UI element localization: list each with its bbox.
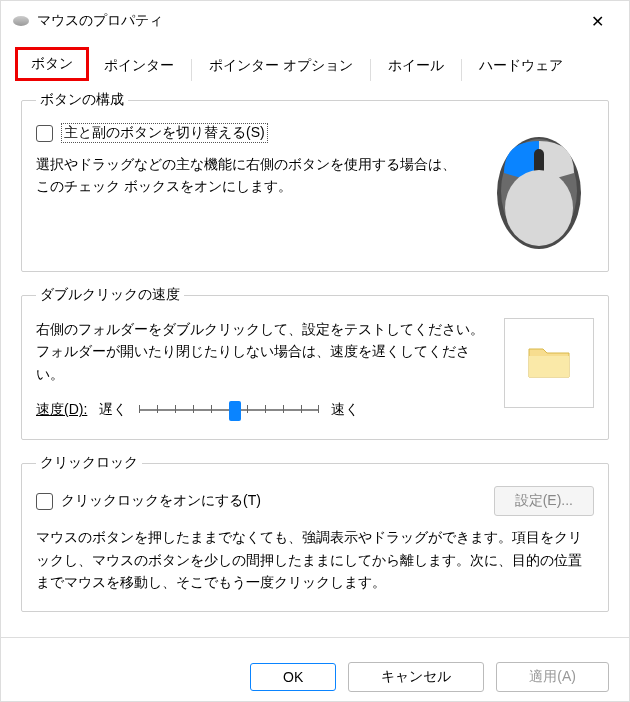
window-title: マウスのプロパティ	[37, 12, 577, 30]
button-config-legend: ボタンの構成	[36, 91, 128, 109]
double-click-legend: ダブルクリックの速度	[36, 286, 184, 304]
tab-buttons[interactable]: ボタン	[15, 47, 89, 81]
click-lock-legend: クリックロック	[36, 454, 142, 472]
click-lock-group: クリックロック クリックロックをオンにする(T) 設定(E)... マウスのボタ…	[21, 454, 609, 612]
tab-pointer-options[interactable]: ポインター オプション	[194, 50, 368, 81]
double-click-slider[interactable]	[139, 399, 319, 421]
click-lock-checkbox[interactable]	[36, 493, 53, 510]
click-lock-description: マウスのボタンを押したままでなくても、強調表示やドラッグができます。項目をクリッ…	[36, 526, 594, 593]
slow-label: 遅く	[99, 401, 127, 419]
button-config-description: 選択やドラッグなどの主な機能に右側のボタンを使用する場合は、このチェック ボック…	[36, 153, 468, 198]
tab-strip: ボタン ポインター ポインター オプション ホイール ハードウェア	[1, 41, 629, 81]
cancel-button[interactable]: キャンセル	[348, 662, 484, 692]
tab-pointers[interactable]: ポインター	[89, 50, 189, 81]
mouse-icon	[13, 16, 29, 26]
click-lock-label[interactable]: クリックロックをオンにする(T)	[61, 492, 261, 510]
double-click-group: ダブルクリックの速度 右側のフォルダーをダブルクリックして、設定をテストしてくだ…	[21, 286, 609, 440]
close-button[interactable]: ✕	[577, 5, 617, 37]
speed-label: 速度(D):	[36, 401, 87, 419]
mouse-properties-dialog: マウスのプロパティ ✕ ボタン ポインター ポインター オプション ホイール ハ…	[0, 0, 630, 702]
mouse-illustration	[484, 123, 594, 253]
titlebar: マウスのプロパティ ✕	[1, 1, 629, 41]
fast-label: 速く	[331, 401, 359, 419]
slider-thumb[interactable]	[229, 401, 241, 421]
click-lock-settings-button: 設定(E)...	[494, 486, 594, 516]
swap-buttons-label[interactable]: 主と副のボタンを切り替える(S)	[61, 123, 268, 143]
dialog-body: ボタンの構成 主と副のボタンを切り替える(S) 選択やドラッグなどの主な機能に右…	[1, 81, 629, 637]
apply-button: 適用(A)	[496, 662, 609, 692]
double-click-test-area[interactable]	[504, 318, 594, 408]
svg-point-3	[505, 170, 573, 246]
ok-button[interactable]: OK	[250, 663, 336, 691]
double-click-description: 右側のフォルダーをダブルクリックして、設定をテストしてください。フォルダーが開い…	[36, 318, 488, 385]
folder-icon	[527, 343, 571, 383]
dialog-footer: OK キャンセル 適用(A)	[1, 637, 629, 701]
button-config-group: ボタンの構成 主と副のボタンを切り替える(S) 選択やドラッグなどの主な機能に右…	[21, 91, 609, 272]
tab-hardware[interactable]: ハードウェア	[464, 50, 578, 81]
swap-buttons-checkbox[interactable]	[36, 125, 53, 142]
tab-wheel[interactable]: ホイール	[373, 50, 459, 81]
